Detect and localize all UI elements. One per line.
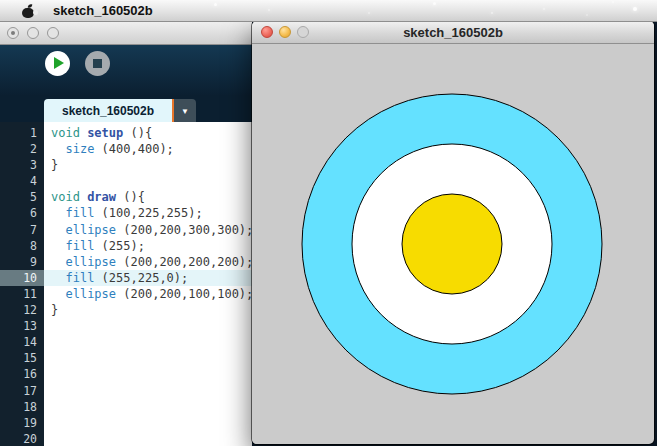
- editor-line: 7 ellipse (200,200,300,300);: [0, 222, 252, 238]
- editor-line: 1void setup (){: [0, 125, 252, 141]
- code-line[interactable]: }: [44, 157, 252, 173]
- code-token-fn: ellipse: [65, 223, 116, 237]
- tab-dropdown-button[interactable]: ▼: [172, 99, 196, 123]
- editor-line: 4: [0, 173, 252, 189]
- editor-line: 20: [0, 431, 252, 446]
- code-line[interactable]: [44, 318, 252, 334]
- sketch-canvas: [252, 44, 652, 444]
- code-token-kw: void: [51, 190, 80, 204]
- line-number: 10: [0, 270, 44, 286]
- ide-tab-bar: sketch_160502b ▼: [0, 96, 252, 123]
- ellipse-d100: [402, 194, 502, 294]
- code-token-pl: (400,400);: [94, 142, 173, 156]
- editor-line: 19: [0, 415, 252, 431]
- code-line[interactable]: [44, 334, 252, 350]
- line-number: 11: [0, 286, 44, 302]
- menu-bar: sketch_160502b: [0, 0, 657, 22]
- line-number: 19: [0, 415, 44, 431]
- code-editor[interactable]: 1void setup (){2 size (400,400);3}45void…: [0, 122, 252, 446]
- code-line[interactable]: [44, 350, 252, 366]
- code-token-decl: draw: [87, 190, 116, 204]
- line-number: 13: [0, 318, 44, 334]
- editor-line: 6 fill (100,225,255);: [0, 205, 252, 221]
- editor-line: 12}: [0, 302, 252, 318]
- editor-line: 10 fill (255,225,0);: [0, 270, 252, 286]
- code-token-fn: fill: [65, 271, 94, 285]
- code-token-pl: }: [51, 303, 58, 317]
- tab-sketch[interactable]: sketch_160502b: [44, 99, 172, 123]
- code-line[interactable]: ellipse (200,200,300,300);: [44, 222, 253, 238]
- line-number: 17: [0, 383, 44, 399]
- star-dot: [491, 12, 493, 14]
- run-button[interactable]: [45, 51, 70, 76]
- code-line[interactable]: void draw (){: [44, 189, 252, 205]
- line-number: 15: [0, 350, 44, 366]
- code-token-pl: (100,225,255);: [94, 206, 202, 220]
- ide-title-bar[interactable]: [0, 21, 252, 45]
- code-token-fn: fill: [65, 206, 94, 220]
- code-token-pl: [51, 206, 65, 220]
- line-number: 1: [0, 125, 44, 141]
- code-line[interactable]: [44, 383, 252, 399]
- sketch-close-button[interactable]: [261, 26, 273, 38]
- code-token-pl: (200,200,300,300);: [116, 223, 253, 237]
- ide-close-button[interactable]: [7, 27, 19, 39]
- line-number: 2: [0, 141, 44, 157]
- code-line[interactable]: }: [44, 302, 252, 318]
- star-dot: [433, 2, 436, 5]
- ide-toolbar: [0, 45, 252, 96]
- line-number: 9: [0, 254, 44, 270]
- sketch-minimize-button[interactable]: [279, 26, 291, 38]
- sketch-window-title: sketch_160502b: [403, 25, 503, 40]
- app-menu-title[interactable]: sketch_160502b: [53, 3, 153, 18]
- editor-line: 8 fill (255);: [0, 238, 252, 254]
- code-token-fn: size: [65, 142, 94, 156]
- processing-ide-window: sketch_160502b ▼ 1void setup (){2 size (…: [0, 21, 252, 446]
- code-token-fn: ellipse: [65, 255, 116, 269]
- editor-line: 11 ellipse (200,200,100,100);: [0, 286, 252, 302]
- code-line[interactable]: size (400,400);: [44, 141, 252, 157]
- ide-zoom-button[interactable]: [47, 27, 59, 39]
- line-number: 6: [0, 205, 44, 221]
- code-token-fn: ellipse: [65, 287, 116, 301]
- sketch-title-bar[interactable]: sketch_160502b: [252, 21, 654, 44]
- star-dot: [633, 7, 637, 11]
- code-token-pl: [51, 287, 65, 301]
- line-number: 16: [0, 366, 44, 382]
- editor-line: 14: [0, 334, 252, 350]
- code-line[interactable]: fill (100,225,255);: [44, 205, 252, 221]
- code-line[interactable]: [44, 399, 252, 415]
- tab-label: sketch_160502b: [62, 104, 154, 118]
- code-token-pl: (255);: [94, 239, 145, 253]
- code-line[interactable]: [44, 415, 252, 431]
- code-token-pl: }: [51, 158, 58, 172]
- sketch-output-window: sketch_160502b: [252, 21, 654, 444]
- code-token-pl: (){: [123, 126, 152, 140]
- line-number: 7: [0, 222, 44, 238]
- code-token-pl: [51, 142, 65, 156]
- unsaved-dot-icon: [11, 31, 15, 35]
- code-line[interactable]: ellipse (200,200,100,100);: [44, 286, 253, 302]
- editor-line: 3}: [0, 157, 252, 173]
- star-dot: [268, 9, 270, 11]
- code-token-pl: [51, 255, 65, 269]
- editor-line: 13: [0, 318, 252, 334]
- stop-icon: [93, 59, 102, 68]
- editor-line: 16: [0, 366, 252, 382]
- code-line[interactable]: [44, 173, 252, 189]
- code-token-pl: (255,225,0);: [94, 271, 188, 285]
- code-line[interactable]: [44, 431, 252, 446]
- apple-menu-icon[interactable]: [22, 4, 35, 18]
- stop-button[interactable]: [85, 51, 110, 76]
- code-line[interactable]: fill (255);: [44, 238, 252, 254]
- line-number: 8: [0, 238, 44, 254]
- code-line[interactable]: fill (255,225,0);: [44, 270, 252, 286]
- editor-line: 17: [0, 383, 252, 399]
- ide-minimize-button[interactable]: [27, 27, 39, 39]
- code-line[interactable]: [44, 366, 252, 382]
- editor-line: 9 ellipse (200,200,200,200);: [0, 254, 252, 270]
- code-line[interactable]: ellipse (200,200,200,200);: [44, 254, 253, 270]
- code-token-pl: (){: [116, 190, 145, 204]
- code-line[interactable]: void setup (){: [44, 125, 252, 141]
- star-dot: [368, 12, 370, 14]
